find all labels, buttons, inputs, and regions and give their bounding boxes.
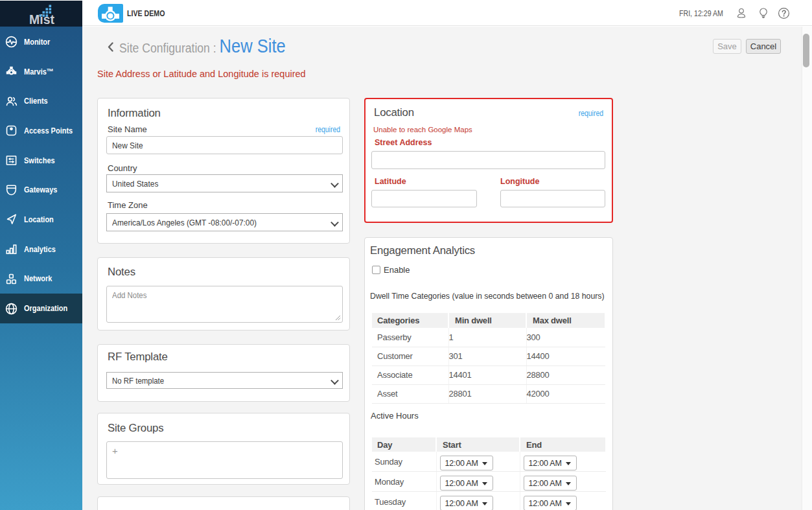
svg-text:Mist: Mist (29, 12, 55, 27)
